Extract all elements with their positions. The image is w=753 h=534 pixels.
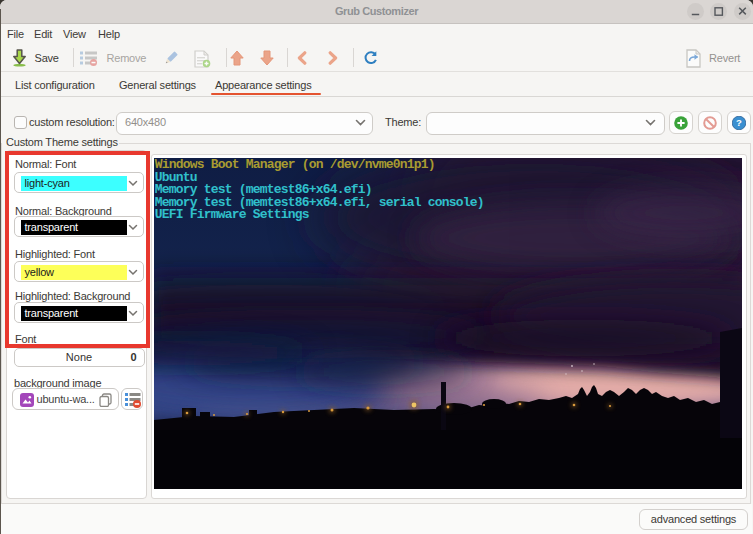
- svg-text:?: ?: [736, 117, 742, 128]
